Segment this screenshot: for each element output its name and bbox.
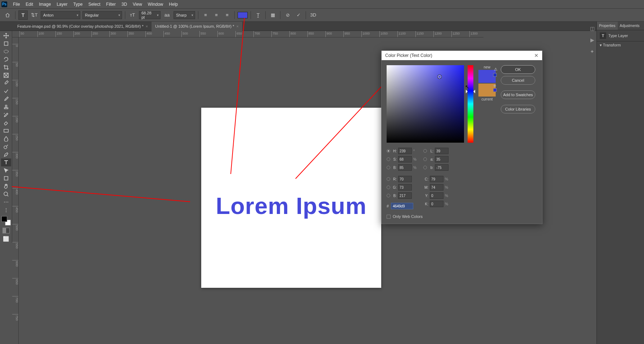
dialog-titlebar[interactable]: Color Picker (Text Color) ✕ <box>382 51 542 60</box>
artboard-tool-icon[interactable] <box>1 40 11 48</box>
color-libraries-button[interactable]: Color Libraries <box>501 105 535 113</box>
radio-s[interactable] <box>387 157 390 161</box>
close-icon[interactable]: ✕ <box>534 53 539 58</box>
radio-b[interactable] <box>387 166 390 169</box>
input-m[interactable] <box>430 184 443 191</box>
menu-type[interactable]: Type <box>70 2 85 7</box>
input-hex[interactable] <box>391 203 413 209</box>
websafe-swatch[interactable] <box>493 88 497 92</box>
cancel-button[interactable]: Cancel <box>501 76 535 85</box>
radio-bl[interactable] <box>387 194 390 197</box>
type-tool-icon[interactable] <box>1 158 11 166</box>
radio-a[interactable] <box>423 157 427 161</box>
text-color-swatch[interactable] <box>238 12 248 18</box>
close-tab-icon[interactable]: × <box>146 24 148 28</box>
tab-properties[interactable]: Properties <box>597 22 618 30</box>
menu-layer[interactable]: Layer <box>54 2 70 7</box>
menu-image[interactable]: Image <box>36 2 54 7</box>
menu-file[interactable]: File <box>10 2 23 7</box>
input-k[interactable] <box>430 201 443 207</box>
radio-r[interactable] <box>387 177 390 181</box>
path-tool-icon[interactable] <box>1 166 11 174</box>
gradient-tool-icon[interactable] <box>1 127 11 135</box>
shape-tool-icon[interactable] <box>1 174 11 182</box>
font-size-input[interactable]: 68.28 pt <box>139 11 161 19</box>
websafe-icon[interactable] <box>493 73 497 77</box>
cube-icon[interactable]: ◈ <box>493 83 496 88</box>
web-colors-checkbox[interactable] <box>387 215 391 219</box>
transform-section[interactable]: ▾ Transform <box>597 41 644 49</box>
dock-icon[interactable]: ◫ <box>589 25 595 32</box>
tool-preset-icon[interactable]: T <box>18 10 28 20</box>
input-c[interactable] <box>430 176 443 182</box>
radio-h[interactable] <box>387 149 390 153</box>
input-y[interactable] <box>430 192 443 199</box>
dock-icon[interactable]: ▶ <box>589 37 595 43</box>
history-brush-icon[interactable] <box>1 111 11 119</box>
input-a[interactable] <box>435 156 449 162</box>
ok-button[interactable]: OK <box>501 65 535 74</box>
more-tools-icon[interactable]: ⋯ <box>1 198 11 206</box>
radio-lab-b[interactable] <box>423 166 427 169</box>
input-r[interactable] <box>398 176 412 182</box>
eraser-tool-icon[interactable] <box>1 119 11 127</box>
blur-tool-icon[interactable] <box>1 135 11 143</box>
frame-tool-icon[interactable] <box>1 71 11 79</box>
close-tab-icon[interactable]: × <box>237 24 239 28</box>
zoom-tool-icon[interactable] <box>1 190 11 198</box>
color-swatches[interactable] <box>1 216 11 225</box>
color-field[interactable] <box>387 65 464 143</box>
input-h[interactable] <box>398 148 412 154</box>
tab-adjustments[interactable]: Adjustments <box>618 22 642 30</box>
crop-tool-icon[interactable] <box>1 63 11 71</box>
antialias-dropdown[interactable]: Sharp <box>174 11 195 19</box>
stamp-tool-icon[interactable] <box>1 103 11 111</box>
warning-icon[interactable]: ⚠ <box>493 67 498 72</box>
menu-filter[interactable]: Filter <box>103 2 119 7</box>
input-b[interactable] <box>398 164 412 171</box>
edit-toolbar-icon[interactable]: ⋮ <box>1 206 11 214</box>
brush-tool-icon[interactable] <box>1 95 11 103</box>
dodge-tool-icon[interactable] <box>1 143 11 151</box>
screenmode-icon[interactable]: ⬜ <box>1 235 11 243</box>
dock-icon[interactable]: ✦ <box>589 48 595 55</box>
move-tool-icon[interactable] <box>1 32 11 40</box>
align-left-icon[interactable]: ≡ <box>201 11 210 19</box>
input-labb[interactable] <box>435 164 449 171</box>
input-bl[interactable] <box>398 192 412 199</box>
font-family-dropdown[interactable]: Anton <box>41 11 80 19</box>
radio-g[interactable] <box>387 186 390 189</box>
align-center-icon[interactable]: ≡ <box>212 11 221 19</box>
document-tab[interactable]: Feature-image.psd @ 90.9% (Color overlay… <box>14 22 152 31</box>
marquee-tool-icon[interactable] <box>1 48 11 55</box>
hand-tool-icon[interactable] <box>1 182 11 190</box>
pen-tool-icon[interactable] <box>1 151 11 158</box>
home-button[interactable] <box>3 10 12 20</box>
cancel-edit-icon[interactable]: ⊘ <box>283 11 292 19</box>
toggle-orientation-icon[interactable]: ⇅T <box>30 11 39 19</box>
menu-select[interactable]: Select <box>85 2 103 7</box>
document-tab[interactable]: Untitled-1 @ 100% (Lorem Ipsum, RGB/8#) … <box>152 22 242 31</box>
menu-help[interactable]: Help <box>166 2 181 7</box>
menu-edit[interactable]: Edit <box>23 2 36 7</box>
text-layer[interactable]: Lorem Ipsum <box>201 192 381 219</box>
quickmask-icon[interactable] <box>3 228 10 233</box>
input-l[interactable] <box>435 148 449 154</box>
eyedropper-tool-icon[interactable] <box>1 79 11 87</box>
lasso-tool-icon[interactable] <box>1 55 11 63</box>
healing-tool-icon[interactable] <box>1 87 11 95</box>
3d-icon[interactable]: 3D <box>309 11 318 19</box>
font-weight-dropdown[interactable]: Regular <box>82 11 122 19</box>
add-swatches-button[interactable]: Add to Swatches <box>501 90 535 99</box>
menu-window[interactable]: Window <box>145 2 166 7</box>
hue-slider[interactable] <box>468 65 473 143</box>
character-panel-icon[interactable]: ▦ <box>269 11 277 19</box>
radio-l[interactable] <box>423 149 427 153</box>
menu-view[interactable]: View <box>130 2 145 7</box>
warp-text-icon[interactable]: T̰ <box>254 11 262 19</box>
input-s[interactable] <box>398 156 412 162</box>
menu-3d[interactable]: 3D <box>118 2 130 7</box>
commit-edit-icon[interactable]: ✓ <box>294 11 303 19</box>
align-right-icon[interactable]: ≡ <box>223 11 231 19</box>
input-g[interactable] <box>398 184 412 191</box>
